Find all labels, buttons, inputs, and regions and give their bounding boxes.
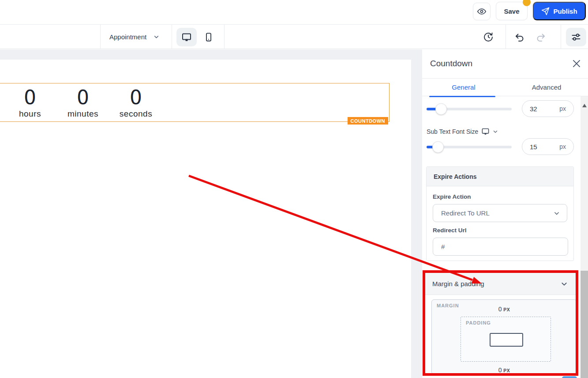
countdown-hours: 0 hours	[4, 87, 56, 119]
divider	[100, 25, 101, 49]
margin-top-unit: PX	[503, 307, 510, 312]
sub-font-size-slider[interactable]	[427, 146, 512, 148]
close-icon	[573, 60, 581, 68]
sub-font-size-input[interactable]	[530, 143, 547, 151]
slider-handle[interactable]	[432, 141, 444, 153]
minutes-label: minutes	[56, 109, 109, 119]
minutes-value: 0	[56, 87, 109, 108]
margin-box[interactable]: MARGIN 0 PX PADDING 0 PX	[431, 299, 576, 373]
redo-button[interactable]	[531, 28, 551, 46]
preview-button[interactable]	[473, 3, 491, 20]
slider-handle[interactable]	[435, 103, 447, 115]
countdown-minutes: 0 minutes	[56, 87, 109, 119]
expire-actions-section: Expire Actions Expire Action Redirect To…	[426, 166, 574, 261]
sub-font-size-label-row: Sub Text Font Size	[427, 127, 498, 136]
publish-label: Publish	[553, 8, 577, 15]
main-font-size-slider[interactable]	[427, 108, 512, 110]
unit-label: px	[559, 143, 566, 150]
redo-icon	[536, 32, 546, 42]
sub-font-size-label: Sub Text Font Size	[427, 128, 478, 135]
divider	[561, 25, 561, 49]
top-bar: Save Publish	[0, 0, 588, 25]
margin-bottom-value[interactable]: 0 PX	[432, 367, 576, 373]
settings-button[interactable]	[566, 28, 586, 46]
desktop-view-button[interactable]	[176, 28, 197, 46]
settings-panel: Countdown General Advanced px Sub Text F…	[422, 49, 588, 378]
margin-padding-title: Margin & padding	[432, 280, 484, 287]
margin-top-number: 0	[498, 306, 502, 313]
seconds-label: seconds	[109, 109, 162, 119]
seconds-value: 0	[109, 87, 162, 108]
undo-icon	[514, 32, 525, 42]
monitor-icon	[181, 32, 192, 42]
margin-padding-header[interactable]: Margin & padding	[425, 273, 576, 295]
highlight-red-box: Margin & padding MARGIN 0 PX PADDING 0 P…	[423, 270, 578, 376]
expire-actions-header: Expire Actions	[427, 167, 573, 186]
editor-canvas: 0 hours 0 minutes 0 seconds COUNTDOWN	[0, 49, 422, 378]
padding-box[interactable]: PADDING	[461, 317, 551, 362]
selected-element-tag: COUNTDOWN	[348, 117, 388, 125]
redirect-url-input[interactable]	[433, 238, 568, 256]
chevron-down-icon[interactable]	[493, 129, 498, 134]
chevron-down-icon	[561, 280, 568, 287]
scrollbar-thumb[interactable]	[581, 271, 588, 378]
tab-general[interactable]: General	[422, 78, 505, 96]
scroll-up-arrow-icon[interactable]	[582, 104, 587, 107]
hours-value: 0	[4, 87, 56, 108]
monitor-icon[interactable]	[481, 127, 490, 136]
tab-advanced-label: Advanced	[532, 83, 562, 91]
chevron-down-icon	[154, 34, 159, 40]
editor-toolbar: Appointment	[0, 25, 588, 49]
expire-action-label: Expire Action	[433, 193, 471, 200]
unit-label: px	[559, 105, 566, 112]
expire-action-select[interactable]: Redirect To URL	[433, 204, 567, 222]
sliders-icon	[571, 32, 581, 42]
mobile-view-button[interactable]	[198, 28, 219, 46]
save-button[interactable]: Save	[496, 2, 528, 20]
countdown-widget[interactable]: 0 hours 0 minutes 0 seconds COUNTDOWN	[0, 83, 390, 122]
page-selector-label: Appointment	[109, 33, 146, 41]
panel-title: Countdown	[430, 59, 472, 68]
expire-action-value: Redirect To URL	[441, 209, 490, 217]
unsaved-changes-dot	[523, 0, 531, 6]
active-tab-indicator	[429, 96, 495, 97]
page-preview[interactable]: 0 hours 0 minutes 0 seconds COUNTDOWN	[0, 60, 411, 378]
margin-top-value[interactable]: 0 PX	[432, 306, 576, 313]
page-selector-dropdown[interactable]: Appointment	[109, 25, 159, 49]
padding-label: PADDING	[466, 320, 491, 325]
redirect-url-label: Redirect Url	[433, 227, 467, 234]
element-box	[490, 333, 523, 347]
sub-font-size-input-group: px	[522, 138, 574, 155]
phone-icon	[204, 32, 213, 42]
main-font-size-input[interactable]	[530, 105, 547, 113]
panel-tabs: General Advanced	[422, 78, 588, 96]
publish-button[interactable]: Publish	[533, 2, 586, 20]
margin-bottom-unit: PX	[503, 368, 510, 373]
eye-icon	[477, 7, 487, 16]
divider	[506, 25, 506, 49]
divider	[224, 25, 225, 49]
chevron-down-icon	[554, 210, 560, 216]
panel-scrollbar[interactable]	[581, 96, 588, 378]
panel-close-button[interactable]	[572, 59, 581, 68]
undo-button[interactable]	[509, 28, 530, 46]
hours-label: hours	[4, 109, 56, 119]
send-icon	[541, 7, 550, 15]
margin-padding-section: Margin & padding MARGIN 0 PX PADDING 0 P…	[425, 273, 576, 373]
clock-history-icon	[483, 32, 494, 42]
hidden-button-edge[interactable]	[562, 376, 577, 378]
countdown-seconds: 0 seconds	[109, 87, 162, 119]
divider	[172, 25, 172, 49]
tab-advanced[interactable]: Advanced	[505, 78, 588, 96]
tab-general-label: General	[452, 83, 475, 91]
margin-bottom-number: 0	[498, 367, 502, 373]
expire-actions-title: Expire Actions	[434, 173, 477, 180]
history-button[interactable]	[478, 28, 498, 46]
main-font-size-input-group: px	[522, 100, 574, 117]
